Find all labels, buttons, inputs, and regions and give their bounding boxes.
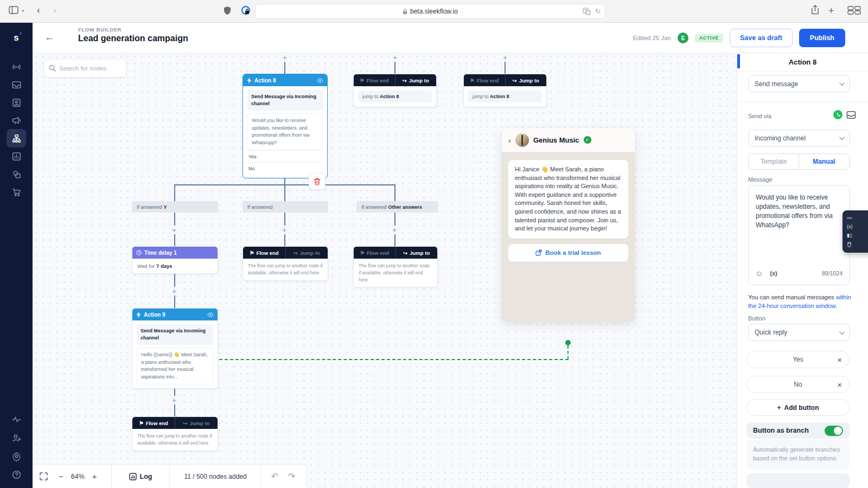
branch-toggle[interactable]	[825, 426, 843, 436]
node-flow-end-bottom[interactable]: ⚑Flow end ↪Jump to The flow can jump to …	[132, 416, 218, 451]
add-node-handle[interactable]: +	[170, 396, 178, 404]
avatar[interactable]: E	[678, 33, 688, 43]
add-node-handle[interactable]: +	[280, 53, 289, 62]
fit-view-icon[interactable]	[33, 472, 54, 480]
delete-branch-button[interactable]	[309, 173, 326, 190]
whatsapp-icon[interactable]	[833, 110, 843, 119]
commerce-icon[interactable]	[7, 183, 26, 201]
node-option-yes: Yes	[247, 150, 323, 162]
node-title: Time delay 1	[144, 250, 177, 256]
analytics-icon[interactable]	[7, 147, 26, 165]
shield-icon[interactable]	[224, 6, 231, 15]
redo-icon[interactable]: ↷	[288, 471, 295, 481]
integrations-icon[interactable]	[7, 165, 26, 183]
translate-icon[interactable]	[583, 8, 591, 15]
branch-condition-3[interactable]: If answeredOther answers	[356, 201, 438, 213]
flow-builder-icon[interactable]	[7, 129, 26, 147]
back-icon[interactable]: ‹	[37, 5, 40, 16]
new-tab-icon[interactable]: +	[828, 5, 834, 17]
variable-icon[interactable]: (x)	[770, 270, 777, 277]
save-as-draft-button[interactable]: Save as draft	[730, 29, 793, 47]
activity-icon[interactable]	[7, 410, 26, 428]
invite-user-icon[interactable]	[7, 428, 26, 447]
add-node-handle[interactable]: +	[501, 53, 509, 62]
undo-icon[interactable]: ↶	[271, 471, 278, 481]
node-action-8[interactable]: Action 8 Send Message via Incoming chann…	[242, 74, 328, 178]
preview-back-icon[interactable]: ‹	[508, 136, 511, 145]
tab-manual[interactable]: Manual	[799, 154, 849, 169]
chevron-down-icon[interactable]: ▾	[22, 8, 24, 14]
address-bar[interactable]: beta.sleekflow.io ↻	[255, 4, 605, 19]
node-flow-end-jump-1[interactable]: ⚑Flow end ↪Jump to jump to Action 8	[353, 74, 437, 107]
campaigns-icon[interactable]	[7, 111, 26, 130]
add-node-handle[interactable]: +	[170, 287, 178, 296]
node-subtitle: Send Message via Incoming channel	[247, 90, 323, 111]
node-title: Action 8	[254, 78, 276, 84]
reload-icon[interactable]: ↻	[595, 8, 601, 15]
search-input[interactable]	[59, 65, 119, 72]
inbox-channel-icon[interactable]	[846, 111, 856, 119]
share-icon[interactable]	[811, 5, 819, 15]
add-node-handle[interactable]: +	[390, 226, 399, 234]
branch-condition-2[interactable]: If answered	[242, 201, 328, 213]
flow-canvas[interactable]: + + + + + + + + Action 8 Send Message vi…	[33, 53, 737, 488]
action-type-select[interactable]: Send message	[748, 75, 850, 92]
help-icon[interactable]	[7, 465, 26, 484]
zap-icon	[247, 78, 252, 84]
formatting-toolbar[interactable]: ≈≈(x)▮▯	[843, 210, 868, 253]
add-node-handle[interactable]: +	[280, 226, 289, 234]
next-setting-card	[746, 473, 850, 488]
jump-target: jump to Action 8	[358, 91, 432, 102]
edge	[174, 184, 395, 185]
eye-icon[interactable]	[317, 78, 323, 83]
add-node-handle[interactable]: +	[391, 53, 399, 62]
emoji-picker-icon[interactable]: ☺	[755, 269, 763, 278]
settings-icon[interactable]	[7, 447, 26, 465]
sleekflow-logo[interactable]: s❜	[14, 33, 18, 43]
tab-template[interactable]: Template	[749, 154, 799, 169]
log-button[interactable]: Log	[129, 473, 152, 480]
channel-select[interactable]: Incoming channel	[748, 130, 850, 146]
node-flow-end-mid[interactable]: ⚑Flow end ↪Jump to The flow can jump to …	[242, 246, 328, 281]
zoom-in-icon[interactable]: +	[92, 472, 97, 481]
node-option-no: No	[247, 162, 323, 174]
chevron-down-icon	[839, 329, 845, 335]
lock-icon	[403, 9, 407, 15]
url-text: beta.sleekflow.io	[410, 8, 458, 15]
contacts-icon[interactable]	[7, 93, 26, 112]
node-flow-end-right[interactable]: ⚑Flow end ↪Jump to The flow can jump to …	[353, 246, 438, 287]
preview-cta-button[interactable]: Book a trial lesson	[508, 244, 628, 262]
eye-icon[interactable]	[207, 312, 214, 317]
broadcast-icon[interactable]	[7, 57, 26, 76]
remove-button-icon[interactable]: ×	[837, 356, 842, 364]
button-option-no[interactable]: No×	[746, 376, 850, 393]
flow-end-description: The flow can jump to another node if ava…	[354, 259, 437, 287]
flag-icon: ⚑	[139, 420, 144, 426]
node-time-delay-1[interactable]: Time delay 1 Wait for 7 days	[132, 246, 218, 274]
trash-icon	[847, 242, 852, 247]
back-to-flows-icon[interactable]: ←	[44, 31, 55, 43]
node-action-9[interactable]: Action 9 Send Message via Incoming chann…	[132, 308, 218, 389]
inbox-icon[interactable]	[7, 75, 26, 94]
preview-avatar	[515, 133, 529, 147]
manual-message-note: You can send manual messages within the …	[748, 293, 852, 311]
chevron-down-icon	[839, 80, 845, 86]
tab-overview-icon[interactable]	[847, 6, 864, 15]
add-button[interactable]: +Add button	[746, 399, 850, 416]
branch-source-handle[interactable]	[565, 340, 571, 345]
sidebar-toggle-icon[interactable]	[9, 6, 18, 14]
branch-condition-1[interactable]: If answeredY	[132, 201, 218, 213]
verified-badge-icon: ✓	[584, 136, 591, 144]
button-label: Button	[748, 315, 765, 322]
node-search[interactable]	[43, 59, 126, 78]
add-node-handle[interactable]: +	[170, 226, 178, 234]
message-preview-card: ‹ Genius Music ✓ Hi Janice 👋 Meet Sarah,…	[502, 128, 635, 322]
button-option-yes[interactable]: Yes×	[746, 351, 850, 368]
remove-button-icon[interactable]: ×	[837, 381, 842, 389]
forward-icon[interactable]: ›	[53, 5, 56, 16]
button-type-select[interactable]: Quick reply	[748, 324, 850, 341]
zoom-out-icon[interactable]: −	[59, 472, 63, 481]
node-flow-end-jump-2[interactable]: ⚑Flow end ↪Jump to jump to Action 8	[463, 74, 547, 107]
publish-button[interactable]: Publish	[799, 29, 845, 47]
privacy-extension-icon[interactable]	[241, 5, 251, 16]
